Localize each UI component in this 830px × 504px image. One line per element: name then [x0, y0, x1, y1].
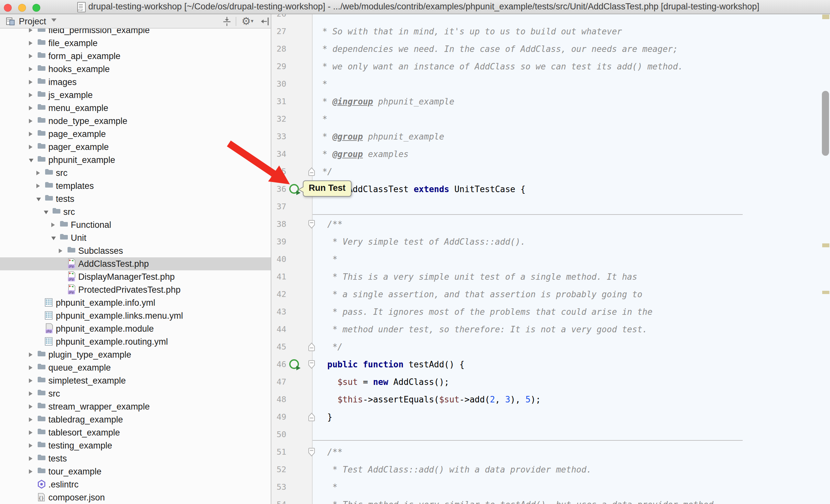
tree-expand-arrow-icon[interactable] — [29, 106, 32, 110]
tree-item-plugin-type-example[interactable]: plugin_type_example — [0, 348, 271, 361]
code-line-40[interactable]: 40 * — [272, 250, 830, 268]
tree-expand-arrow-icon[interactable] — [29, 417, 32, 422]
code-line-37[interactable]: 37 — [272, 198, 830, 215]
tree-expand-arrow-icon[interactable] — [29, 430, 32, 435]
tree-item-phpunit-example-module[interactable]: phpphpunit_example.module — [0, 322, 271, 335]
tree-expand-arrow-icon[interactable] — [59, 248, 62, 253]
run-test-tooltip[interactable]: Run Test — [303, 180, 352, 197]
tree-item-simpletest-example[interactable]: simpletest_example — [0, 374, 271, 387]
gear-icon[interactable]: ⚙▾ — [242, 15, 254, 27]
code-line-47[interactable]: 47 $sut = new AddClass(); — [272, 373, 830, 391]
tree-item-pager-example[interactable]: pager_example — [0, 140, 271, 154]
tree-item-hooks-example[interactable]: hooks_example — [0, 63, 271, 76]
code-line-44[interactable]: 44 * method under test, so therefore: It… — [272, 321, 830, 338]
code-line-48[interactable]: 48 $this->assertEquals($sut->add(2, 3), … — [272, 391, 830, 408]
tree-expand-arrow-icon[interactable] — [29, 404, 32, 409]
tree-item-src[interactable]: src — [0, 387, 271, 400]
error-stripe-mark[interactable] — [822, 243, 829, 247]
tree-expand-arrow-icon[interactable] — [29, 392, 32, 396]
code-line-46[interactable]: 46 public function testAdd() { — [272, 356, 830, 373]
tree-expand-arrow-icon[interactable] — [29, 456, 32, 461]
code-line-32[interactable]: 32 * — [272, 110, 830, 128]
tree-collapse-arrow-icon[interactable] — [29, 159, 33, 162]
error-stripe-mark[interactable] — [822, 291, 829, 294]
tree-item-functional[interactable]: Functional — [0, 219, 271, 231]
tree-item-tests[interactable]: tests — [0, 193, 271, 205]
code-line-31[interactable]: 31 * @ingroup phpunit_example — [272, 93, 830, 110]
tree-expand-arrow-icon[interactable] — [29, 93, 32, 97]
tree-expand-arrow-icon[interactable] — [29, 54, 32, 59]
code-line-27[interactable]: 27 * So with that in mind, it's up to us… — [272, 23, 830, 40]
tree-expand-arrow-icon[interactable] — [29, 28, 32, 32]
tree-item-menu-example[interactable]: menu_example — [0, 102, 271, 114]
fold-end-marker-icon[interactable] — [308, 167, 315, 177]
tree-item-stream-wrapper-example[interactable]: stream_wrapper_example — [0, 400, 271, 413]
tree-expand-arrow-icon[interactable] — [36, 171, 40, 175]
tree-item-subclasses[interactable]: Subclasses — [0, 244, 271, 257]
code-line-34[interactable]: 34 * @group examples — [272, 145, 830, 163]
tree-collapse-arrow-icon[interactable] — [51, 237, 56, 240]
code-line-39[interactable]: 39 * Very simple test of AddClass::add()… — [272, 233, 830, 250]
code-line-42[interactable]: 42 * a single assertion, and that assert… — [272, 285, 830, 303]
code-line-45[interactable]: 45 */ — [272, 338, 830, 356]
zoom-button[interactable] — [32, 4, 40, 12]
tree-expand-arrow-icon[interactable] — [36, 184, 40, 188]
tree-item-queue-example[interactable]: queue_example — [0, 361, 271, 374]
tree-item-displaymanagertest-php[interactable]: phpDisplayManagerTest.php — [0, 270, 271, 283]
code-line-49[interactable]: 49 } — [272, 408, 830, 426]
code-line-36[interactable]: 36class AddClassTest extends UnitTestCas… — [272, 180, 830, 198]
tree-collapse-arrow-icon[interactable] — [44, 211, 49, 214]
tree-item-phpunit-example-info-yml[interactable]: phpunit_example.info.yml — [0, 296, 271, 309]
tree-item-templates[interactable]: templates — [0, 179, 271, 193]
tree-item-phpunit-example[interactable]: phpunit_example — [0, 154, 271, 167]
scrollbar-thumb[interactable] — [822, 91, 829, 156]
run-test-gutter-icon[interactable] — [288, 358, 302, 373]
tree-item-js-example[interactable]: js_example — [0, 89, 271, 102]
settle-down-icon[interactable] — [221, 16, 232, 28]
tree-item-src[interactable]: src — [0, 205, 271, 219]
fold-end-marker-icon[interactable] — [308, 412, 315, 423]
code-line-28[interactable]: 28 * dependencies we need. In the case o… — [272, 40, 830, 58]
hide-panel-icon[interactable] — [260, 16, 271, 28]
code-line-33[interactable]: 33 * @group phpunit_example — [272, 128, 830, 145]
tree-item-node-type-example[interactable]: node_type_example — [0, 114, 271, 128]
code-line-43[interactable]: 43 * pass. It ignores most of the proble… — [272, 303, 830, 321]
tree-item-tests[interactable]: tests — [0, 452, 271, 465]
tree-expand-arrow-icon[interactable] — [29, 352, 32, 357]
tree-item-tablesort-example[interactable]: tablesort_example — [0, 426, 271, 439]
code-line-26[interactable]: 26 — [272, 14, 830, 23]
tree-item-composer-json[interactable]: {}composer.json — [0, 491, 271, 504]
code-line-52[interactable]: 52 * Test AddClass::add() with a data pr… — [272, 461, 830, 478]
tree-expand-arrow-icon[interactable] — [51, 223, 55, 227]
code-line-38[interactable]: 38 /** — [272, 215, 830, 233]
chevron-down-icon[interactable] — [51, 19, 57, 22]
tree-expand-arrow-icon[interactable] — [29, 132, 32, 136]
tree-expand-arrow-icon[interactable] — [29, 145, 32, 149]
code-line-41[interactable]: 41 * This is a very simple unit test of … — [272, 268, 830, 285]
project-panel-title[interactable]: Project — [19, 16, 46, 27]
tree-expand-arrow-icon[interactable] — [29, 80, 32, 85]
fold-start-marker-icon[interactable] — [308, 447, 315, 458]
minimize-button[interactable] — [18, 4, 26, 12]
fold-start-marker-icon[interactable] — [308, 360, 315, 370]
tree-item-addclasstest-php[interactable]: phpAddClassTest.php — [0, 257, 271, 270]
tree-expand-arrow-icon[interactable] — [29, 378, 32, 383]
code-line-29[interactable]: 29 * we only want an instance of AddClas… — [272, 58, 830, 75]
code-line-30[interactable]: 30 * — [272, 75, 830, 93]
tree-item-tabledrag-example[interactable]: tabledrag_example — [0, 413, 271, 426]
tree-item-testing-example[interactable]: testing_example — [0, 439, 271, 452]
close-button[interactable] — [4, 4, 12, 12]
fold-end-marker-icon[interactable] — [308, 342, 315, 353]
tree-item-src[interactable]: src — [0, 167, 271, 179]
tree-expand-arrow-icon[interactable] — [29, 41, 32, 45]
tree-item-file-example[interactable]: file_example — [0, 37, 271, 49]
tree-item-protectedprivatestest-php[interactable]: phpProtectedPrivatesTest.php — [0, 283, 271, 296]
tree-item-phpunit-example-routing-yml[interactable]: phpunit_example.routing.yml — [0, 335, 271, 348]
code-line-54[interactable]: 54 * This method is very similar to test… — [272, 496, 830, 504]
code-line-51[interactable]: 51 /** — [272, 443, 830, 461]
tree-item-tour-example[interactable]: tour_example — [0, 465, 271, 478]
tree-item-images[interactable]: images — [0, 76, 271, 89]
tree-item-phpunit-example-links-menu-yml[interactable]: phpunit_example.links.menu.yml — [0, 309, 271, 322]
tree-expand-arrow-icon[interactable] — [29, 67, 32, 71]
tree-expand-arrow-icon[interactable] — [29, 443, 32, 448]
